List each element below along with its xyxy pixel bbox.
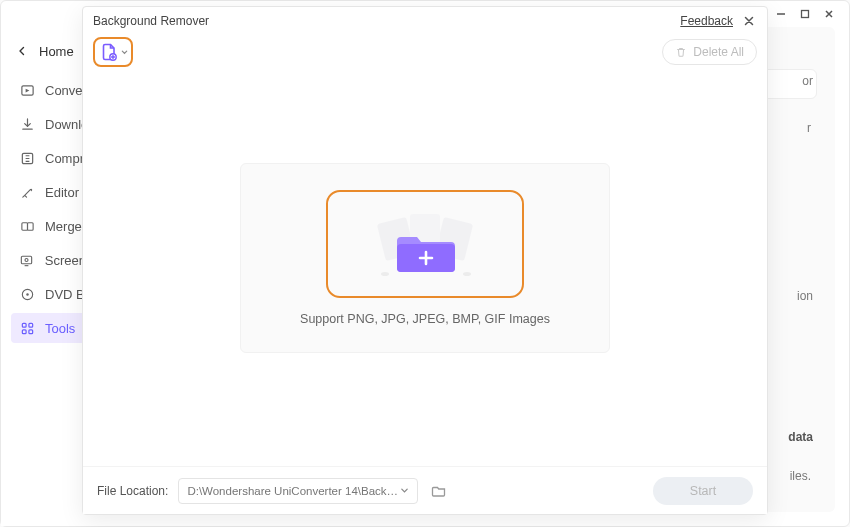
chevron-down-icon bbox=[121, 49, 128, 56]
modal-title: Background Remover bbox=[93, 14, 209, 28]
svg-point-19 bbox=[463, 272, 471, 276]
feedback-link[interactable]: Feedback bbox=[680, 14, 733, 28]
background-text-stub: ion bbox=[797, 289, 813, 303]
svg-rect-5 bbox=[22, 256, 32, 264]
background-text-stub: data bbox=[788, 430, 813, 444]
delete-all-button[interactable]: Delete All bbox=[662, 39, 757, 65]
trash-icon bbox=[675, 46, 687, 58]
svg-rect-0 bbox=[802, 11, 809, 18]
add-folder-icon bbox=[355, 204, 495, 284]
modal-header: Background Remover Feedback bbox=[83, 7, 767, 35]
svg-rect-4 bbox=[27, 222, 33, 230]
sidebar-item-label: Editor bbox=[45, 185, 79, 200]
compressor-icon bbox=[19, 150, 35, 166]
folder-icon bbox=[431, 483, 447, 499]
start-button-label: Start bbox=[690, 484, 716, 498]
svg-rect-3 bbox=[21, 222, 27, 230]
delete-all-label: Delete All bbox=[693, 45, 744, 59]
open-folder-button[interactable] bbox=[428, 480, 450, 502]
modal-body: Support PNG, JPG, JPEG, BMP, GIF Images bbox=[83, 69, 767, 466]
screen-recorder-icon bbox=[19, 252, 35, 268]
back-button[interactable] bbox=[15, 44, 29, 59]
file-location-value: D:\Wondershare UniConverter 14\Backgroun… bbox=[187, 485, 400, 497]
drop-target[interactable] bbox=[326, 190, 524, 298]
main-maximize-button[interactable] bbox=[797, 6, 813, 22]
svg-point-6 bbox=[25, 258, 28, 261]
supported-formats-text: Support PNG, JPG, JPEG, BMP, GIF Images bbox=[300, 312, 550, 326]
background-text-stub: r bbox=[807, 121, 811, 135]
modal-footer: File Location: D:\Wondershare UniConvert… bbox=[83, 466, 767, 514]
file-location-label: File Location: bbox=[97, 484, 168, 498]
svg-rect-10 bbox=[28, 323, 32, 327]
merger-icon bbox=[19, 218, 35, 234]
dvd-burner-icon bbox=[19, 286, 35, 302]
svg-point-18 bbox=[381, 272, 389, 276]
svg-point-8 bbox=[26, 293, 28, 295]
home-label: Home bbox=[39, 44, 74, 59]
svg-rect-9 bbox=[22, 323, 26, 327]
tools-icon bbox=[19, 320, 35, 336]
background-text-stub: or bbox=[802, 74, 813, 88]
converter-icon bbox=[19, 82, 35, 98]
add-file-icon bbox=[99, 42, 119, 62]
chevron-down-icon bbox=[400, 486, 409, 495]
file-location-dropdown[interactable]: D:\Wondershare UniConverter 14\Backgroun… bbox=[178, 478, 418, 504]
start-button[interactable]: Start bbox=[653, 477, 753, 505]
background-remover-modal: Background Remover Feedback Delete All bbox=[82, 6, 768, 515]
downloader-icon bbox=[19, 116, 35, 132]
dropzone: Support PNG, JPG, JPEG, BMP, GIF Images bbox=[240, 163, 610, 353]
sidebar-item-label: Tools bbox=[45, 321, 75, 336]
modal-toolbar: Delete All bbox=[83, 35, 767, 69]
editor-icon bbox=[19, 184, 35, 200]
sidebar-item-label: Merger bbox=[45, 219, 86, 234]
svg-rect-12 bbox=[28, 329, 32, 333]
main-close-button[interactable] bbox=[821, 6, 837, 22]
modal-close-button[interactable] bbox=[741, 13, 757, 29]
svg-rect-11 bbox=[22, 329, 26, 333]
add-files-button[interactable] bbox=[93, 37, 133, 67]
main-minimize-button[interactable] bbox=[773, 6, 789, 22]
background-text-stub: iles. bbox=[790, 469, 811, 483]
